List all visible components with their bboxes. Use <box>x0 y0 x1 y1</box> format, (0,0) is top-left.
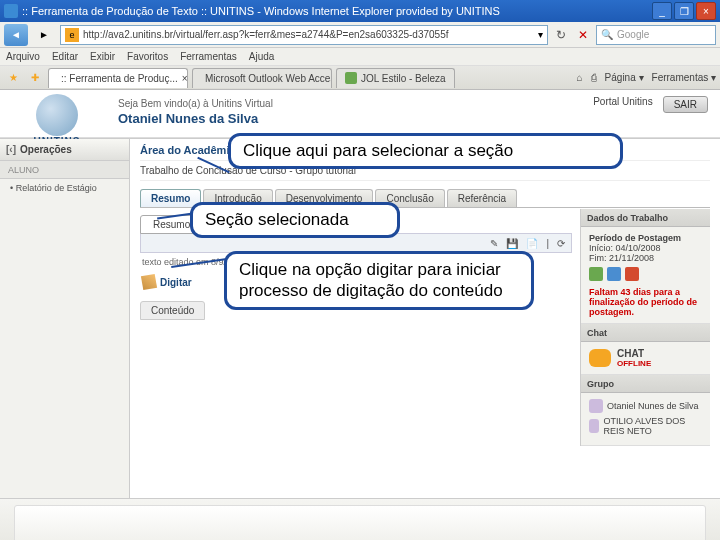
menu-favoritos[interactable]: Favoritos <box>127 51 168 62</box>
right-column: Dados do Trabalho Período de Postagem In… <box>580 209 710 446</box>
page-icon: e <box>65 28 79 42</box>
sidebar-title: Operações <box>20 144 72 155</box>
chat-bubble-icon <box>589 349 611 367</box>
page-footer <box>0 498 720 540</box>
tab-label: JOL Estilo - Beleza <box>361 73 446 84</box>
callout-3: Clique na opção digitar para iniciar pro… <box>224 251 534 310</box>
faltam-text: Faltam 43 dias para a finalização do per… <box>589 287 702 317</box>
member-name: OTILIO ALVES DOS REIS NETO <box>603 416 702 436</box>
menu-ferramentas[interactable]: Ferramentas <box>180 51 237 62</box>
content-area: Área do Acadêmico Trabalho de Conclusão … <box>130 139 720 498</box>
chat-label: CHAT <box>617 348 651 359</box>
refresh-button[interactable]: ↻ <box>552 26 570 44</box>
avatar-icon <box>589 399 603 413</box>
print-button[interactable]: ⎙ <box>591 72 597 83</box>
tab-referencia[interactable]: Referência <box>447 189 517 207</box>
portal-link[interactable]: Portal Unitins <box>593 96 652 107</box>
pagina-dropdown[interactable]: Página ▾ <box>605 72 644 83</box>
periodo-label: Período de Postagem <box>589 233 702 243</box>
dados-header: Dados do Trabalho <box>581 209 710 227</box>
footer-panel <box>14 505 706 540</box>
callout-2: Seção selecionada <box>190 202 400 238</box>
pen-icon <box>141 274 157 290</box>
browser-tab-2[interactable]: Microsoft Outlook Web Access <box>192 68 332 88</box>
tab-label: :: Ferramenta de Produç... <box>61 73 178 84</box>
page-header: UNITINS Seja Bem vindo(a) à Unitins Virt… <box>0 90 720 138</box>
toolbar-icon[interactable]: | <box>546 238 549 249</box>
url-text: http://ava2.unitins.br/virtual/ferr.asp?… <box>83 29 534 40</box>
fim-text: Fim: 21/11/2008 <box>589 253 702 263</box>
dropdown-icon[interactable]: ▾ <box>538 29 543 40</box>
search-placeholder: Google <box>617 29 649 40</box>
chat-status: OFFLINE <box>617 359 651 368</box>
group-member[interactable]: OTILIO ALVES DOS REIS NETO <box>589 416 702 436</box>
export-icon[interactable] <box>589 267 603 281</box>
window-titlebar: :: Ferramenta de Produção de Texto :: UN… <box>0 0 720 22</box>
minimize-button[interactable]: _ <box>652 2 672 20</box>
stop-button[interactable]: ✕ <box>574 26 592 44</box>
nav-toolbar: ◄ ► e http://ava2.unitins.br/virtual/fer… <box>0 22 720 48</box>
callout-text: Seção selecionada <box>205 210 349 229</box>
back-button[interactable]: ◄ <box>4 24 28 46</box>
maximize-button[interactable]: ❐ <box>674 2 694 20</box>
avatar-icon <box>589 419 599 433</box>
digitar-label: Digitar <box>160 277 192 288</box>
menubar: Arquivo Editar Exibir Favoritos Ferramen… <box>0 48 720 66</box>
grupo-header: Grupo <box>581 375 710 393</box>
sidebar: [‹]Operações ALUNO • Relatório de Estági… <box>0 139 130 498</box>
ferramentas-dropdown[interactable]: Ferramentas ▾ <box>652 72 716 83</box>
tab-icon <box>345 72 357 84</box>
address-bar[interactable]: e http://ava2.unitins.br/virtual/ferr.as… <box>60 25 548 45</box>
search-icon: 🔍 <box>601 29 613 40</box>
welcome-text: Seja Bem vindo(a) à Unitins Virtual <box>118 98 577 109</box>
member-name: Otaniel Nunes de Silva <box>607 401 699 411</box>
toolbar-icon[interactable]: 💾 <box>506 238 518 249</box>
chat-header: Chat <box>581 324 710 342</box>
logout-button[interactable]: SAIR <box>663 96 708 113</box>
toolbar-icon[interactable]: 📄 <box>526 238 538 249</box>
toolbar-icon[interactable]: ⟳ <box>557 238 565 249</box>
menu-ajuda[interactable]: Ajuda <box>249 51 275 62</box>
close-button[interactable]: × <box>696 2 716 20</box>
add-favorites-icon[interactable]: ✚ <box>26 69 44 87</box>
sidebar-subheader: ALUNO <box>0 161 129 179</box>
export-icon[interactable] <box>607 267 621 281</box>
browser-tab-1[interactable]: :: Ferramenta de Produç...× <box>48 68 188 88</box>
browser-tab-3[interactable]: JOL Estilo - Beleza <box>336 68 455 88</box>
user-name: Otaniel Nunes da Silva <box>118 111 577 126</box>
callout-text: Clique aqui para selecionar a seção <box>243 141 513 160</box>
sidebar-item-relatorio[interactable]: • Relatório de Estágio <box>0 179 129 197</box>
app-icon <box>4 4 18 18</box>
sidebar-header[interactable]: [‹]Operações <box>0 139 129 161</box>
search-box[interactable]: 🔍 Google <box>596 25 716 45</box>
window-title: :: Ferramenta de Produção de Texto :: UN… <box>22 5 652 17</box>
tab-resumo[interactable]: Resumo <box>140 189 201 207</box>
main-area: [‹]Operações ALUNO • Relatório de Estági… <box>0 138 720 498</box>
favorites-icon[interactable]: ★ <box>4 69 22 87</box>
callout-text: Clique na opção digitar para iniciar pro… <box>239 260 503 300</box>
logo-image <box>36 94 78 136</box>
forward-button[interactable]: ► <box>32 24 56 46</box>
tab-close-icon[interactable]: × <box>182 73 188 84</box>
tab-label: Microsoft Outlook Web Access <box>205 73 332 84</box>
chat-widget[interactable]: CHAT OFFLINE <box>589 348 702 368</box>
callout-1: Clique aqui para selecionar a seção <box>228 133 623 169</box>
group-member[interactable]: Otaniel Nunes de Silva <box>589 399 702 413</box>
menu-editar[interactable]: Editar <box>52 51 78 62</box>
toolbar-icon[interactable]: ✎ <box>490 238 498 249</box>
menu-exibir[interactable]: Exibir <box>90 51 115 62</box>
inicio-text: Início: 04/10/2008 <box>589 243 702 253</box>
home-icon: ⌂ <box>577 72 583 83</box>
print-icon: ⎙ <box>591 72 597 83</box>
home-button[interactable]: ⌂ <box>577 72 583 83</box>
export-icon[interactable] <box>625 267 639 281</box>
conteudo-tab[interactable]: Conteúdo <box>140 301 205 320</box>
tab-strip: ★ ✚ :: Ferramenta de Produç...× Microsof… <box>0 66 720 90</box>
menu-arquivo[interactable]: Arquivo <box>6 51 40 62</box>
collapse-icon: [‹] <box>6 144 16 155</box>
